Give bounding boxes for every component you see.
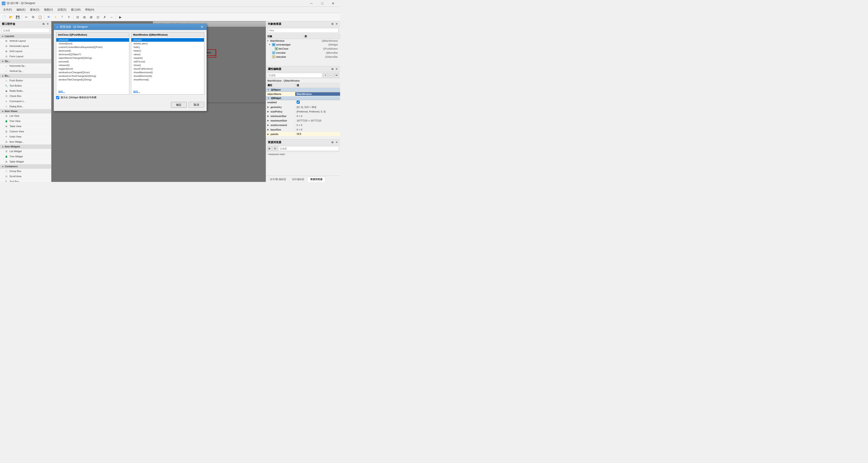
tree-item-btnclose[interactable]: ▶ B btnClose QPushButton bbox=[266, 47, 340, 51]
tree-item-mainwindow[interactable]: ▼ MainWindow QMainWindow bbox=[266, 39, 340, 42]
widget-group-box[interactable]: □ Group Box bbox=[0, 169, 51, 174]
category-spacers[interactable]: ▲ Sp... bbox=[0, 59, 51, 63]
res-settings-btn[interactable]: ⚙ bbox=[267, 146, 272, 151]
maximumsize-arrow[interactable]: ▶ bbox=[267, 119, 270, 122]
dialog-ok-button[interactable]: 确定 bbox=[171, 102, 187, 108]
toolbar-adjust-size[interactable]: ↔ bbox=[108, 14, 115, 20]
signal-window-title-changed[interactable]: windowTitleChanged(QString) bbox=[56, 78, 129, 81]
prop-enabled-value[interactable] bbox=[295, 100, 340, 105]
toolbar-layout-g[interactable]: ⊠ bbox=[88, 14, 94, 20]
toolbar-cut[interactable]: ✂ bbox=[23, 14, 30, 20]
widget-tree-view[interactable]: 🌲 Tree View bbox=[0, 119, 51, 124]
widget-grid-layout[interactable]: ⊠ Grid Layout bbox=[0, 49, 51, 54]
property-editor-float[interactable]: ⧉ bbox=[331, 67, 334, 71]
toolbar-tab-order[interactable]: T bbox=[59, 14, 65, 20]
signal-pressed[interactable]: pressed() bbox=[56, 60, 129, 63]
toolbar-layout-v[interactable]: ⊞ bbox=[81, 14, 88, 20]
toolbar-copy[interactable]: ⧉ bbox=[30, 14, 36, 20]
widget-push-button[interactable]: □ Push Button bbox=[0, 78, 51, 83]
widget-table-view[interactable]: ⊞ Table View bbox=[0, 124, 51, 129]
menu-view[interactable]: 视图(V) bbox=[42, 7, 55, 12]
prop-add-button[interactable]: + bbox=[323, 73, 328, 78]
slot-show-normal[interactable]: showNormal() bbox=[131, 78, 204, 81]
widget-list-widget[interactable]: ☰ List Widget bbox=[0, 149, 51, 154]
geometry-arrow[interactable]: ▶ bbox=[267, 106, 270, 108]
resource-browser-float[interactable]: ⧉ bbox=[331, 141, 334, 144]
widget-filter-input[interactable] bbox=[1, 28, 50, 33]
category-item-widgets[interactable]: ▲ Item Widgets bbox=[0, 144, 51, 149]
widget-form-layout[interactable]: ⊡ Form Layout bbox=[0, 54, 51, 59]
menu-help[interactable]: 帮助(H) bbox=[83, 7, 97, 12]
tree-item-centralwidget[interactable]: ▼ W centralwidget QWidget bbox=[266, 42, 340, 47]
slot-delete-later[interactable]: deleteLater() bbox=[131, 42, 204, 45]
slot-show-maximized[interactable]: showMaximized() bbox=[131, 70, 204, 74]
signal-clicked[interactable]: |clicked() bbox=[56, 38, 129, 42]
slot-close[interactable]: |close() bbox=[131, 38, 204, 42]
toolbar-paste[interactable]: 📋 bbox=[37, 14, 43, 20]
tree-item-menubar[interactable]: ▶ M menubar QMenuBar bbox=[266, 51, 340, 55]
slot-show-fullscreen[interactable]: showFullScreen() bbox=[131, 67, 204, 70]
close-button[interactable]: ✕ bbox=[328, 0, 338, 7]
toolbar-widget-editor[interactable]: W bbox=[45, 14, 52, 20]
toolbar-signal-editor[interactable]: ⚡ bbox=[52, 14, 59, 20]
widget-list-view[interactable]: ☰ List View bbox=[0, 113, 51, 119]
maximize-button[interactable]: □ bbox=[317, 0, 328, 7]
widget-tool-button[interactable]: 🔧 Tool Button bbox=[0, 83, 51, 88]
toolbar-layout-break[interactable]: ✗ bbox=[101, 14, 108, 20]
sizepolicy-arrow[interactable]: ▶ bbox=[267, 111, 270, 113]
signal-released[interactable]: released() bbox=[56, 63, 129, 67]
widget-column-view[interactable]: ||| Column View bbox=[0, 129, 51, 134]
slot-hide[interactable]: hide() bbox=[131, 45, 204, 49]
sizeincrement-arrow[interactable]: ▶ bbox=[267, 124, 270, 126]
sender-edit-link[interactable]: 编辑... bbox=[56, 89, 129, 94]
signal-clicked-bool[interactable]: clicked(bool) bbox=[56, 42, 129, 45]
resource-browser-controls[interactable]: ⧉ ✕ bbox=[331, 141, 338, 144]
widget-box-float[interactable]: ⧉ bbox=[42, 22, 45, 26]
category-item-views[interactable]: ▲ Item Views bbox=[0, 109, 51, 113]
minimize-button[interactable]: ─ bbox=[306, 0, 317, 7]
menu-window[interactable]: 窗口(W) bbox=[69, 7, 83, 12]
dialog-cancel-button[interactable]: 取消 bbox=[188, 102, 204, 108]
widget-scroll-area[interactable]: ⊡ Scroll Area bbox=[0, 174, 51, 179]
widget-box-close[interactable]: ✕ bbox=[46, 22, 49, 26]
resource-browser-close[interactable]: ✕ bbox=[335, 141, 338, 144]
show-inherited-checkbox[interactable] bbox=[56, 96, 59, 99]
toolbar-layout-h[interactable]: ⊟ bbox=[74, 14, 81, 20]
signal-window-icon-text-changed[interactable]: windowIconTextChanged(QString) bbox=[56, 74, 129, 78]
tab-signal-slot[interactable]: 信号/槽 编辑器 bbox=[267, 176, 289, 182]
receiver-edit-link[interactable]: 编辑... bbox=[131, 89, 204, 94]
toolbar-buddies[interactable]: B bbox=[66, 14, 72, 20]
minimumsize-arrow[interactable]: ▶ bbox=[267, 115, 270, 117]
widget-command-link[interactable]: ≡ Command Li... bbox=[0, 99, 51, 104]
prop-filter-input[interactable] bbox=[267, 73, 322, 78]
signal-custom-context[interactable]: customContextMenuRequested(QPoint) bbox=[56, 45, 129, 49]
slot-raise[interactable]: raise() bbox=[131, 53, 204, 56]
toolbar-layout-form[interactable]: ⊡ bbox=[95, 14, 101, 20]
property-editor-controls[interactable]: ⧉ ✕ bbox=[331, 67, 338, 71]
object-inspector-filter[interactable] bbox=[267, 28, 339, 33]
widget-box-controls[interactable]: ⧉ ✕ bbox=[42, 22, 49, 26]
title-bar-controls[interactable]: ─ □ ✕ bbox=[306, 0, 338, 7]
prop-enabled-checkbox[interactable] bbox=[297, 100, 300, 104]
category-containers[interactable]: ▲ Containers bbox=[0, 164, 51, 169]
object-inspector-controls[interactable]: ⧉ ✕ bbox=[331, 22, 338, 26]
category-layouts[interactable]: ▲ Layouts bbox=[0, 34, 51, 38]
tab-action-editor[interactable]: 动作编辑器 bbox=[289, 176, 307, 182]
toolbar-new[interactable]: 📄 bbox=[1, 14, 7, 20]
widget-tree-widget[interactable]: 🌲 Tree Widget bbox=[0, 154, 51, 159]
dialog-close-icon[interactable]: ✕ bbox=[199, 25, 205, 29]
slot-show-minimized[interactable]: showMinimized() bbox=[131, 74, 204, 78]
slot-show[interactable]: show() bbox=[131, 63, 204, 67]
palette-arrow[interactable]: ▶ bbox=[267, 133, 270, 135]
signal-destroyed-obj[interactable]: destroyed(QObject*) bbox=[56, 53, 129, 56]
menu-form[interactable]: 窗体(O) bbox=[28, 7, 41, 12]
property-editor-close[interactable]: ✕ bbox=[335, 67, 338, 71]
toolbar-save[interactable]: 💾 bbox=[14, 14, 21, 20]
widget-undo-view[interactable]: ↶ Undo View bbox=[0, 134, 51, 139]
toolbar-open[interactable]: 📂 bbox=[8, 14, 14, 20]
widget-table-widget[interactable]: ⊞ Table Widget bbox=[0, 159, 51, 164]
widget-vertical-spacer[interactable]: ↕ Vertical Sp... bbox=[0, 68, 51, 74]
menu-settings[interactable]: 设置(S) bbox=[55, 7, 69, 12]
slot-repaint[interactable]: repaint() bbox=[131, 56, 204, 60]
signal-object-name-changed[interactable]: objectNameChanged(QString) bbox=[56, 56, 129, 60]
